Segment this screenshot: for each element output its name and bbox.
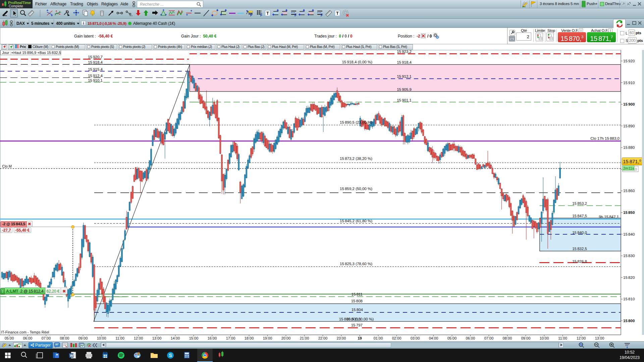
svg-text:15 860: 15 860	[623, 189, 635, 193]
svg-text:19: 19	[358, 336, 362, 340]
svg-text:F: F	[294, 13, 297, 17]
svg-text:15 850: 15 850	[623, 210, 635, 215]
svg-text:15 923,2: 15 923,2	[397, 50, 412, 54]
svg-text:06:00: 06:00	[466, 336, 475, 340]
svg-text:15 920,7: 15 920,7	[88, 55, 103, 59]
svg-text:15 840: 15 840	[623, 232, 635, 236]
svg-text:01:00: 01:00	[374, 336, 383, 340]
svg-text:12:00: 12:00	[577, 336, 586, 340]
svg-text:Clo 17h 15 883,0: Clo 17h 15 883,0	[590, 136, 620, 140]
svg-text:05:00: 05:00	[5, 336, 14, 340]
svg-text:15 808: 15 808	[351, 299, 363, 303]
svg-text:15:00: 15:00	[189, 336, 199, 340]
svg-text:F: F	[321, 13, 323, 17]
svg-text:15 920: 15 920	[623, 59, 635, 63]
svg-text:13:00: 13:00	[595, 336, 604, 340]
svg-text:Jour :+Haut 15 896,9 +Bas 15 8: Jour :+Haut 15 896,9 +Bas 15 832,5	[2, 51, 61, 55]
svg-text:15 890: 15 890	[623, 124, 635, 128]
svg-text:18:00: 18:00	[245, 336, 254, 340]
svg-text:15 900: 15 900	[623, 102, 635, 106]
svg-text:09:00: 09:00	[78, 336, 88, 340]
svg-text:15 826,8: 15 826,8	[572, 259, 587, 263]
svg-text:15 810: 15 810	[623, 297, 635, 301]
svg-text:15 847,5: 15 847,5	[572, 214, 587, 218]
svg-text:15 811: 15 811	[352, 292, 363, 296]
svg-text:15 915,4: 15 915,4	[88, 67, 103, 71]
svg-text:15 853,2: 15 853,2	[572, 201, 587, 205]
svg-text:9h 15 847,1: 9h 15 847,1	[599, 215, 619, 219]
svg-text:15 800: 15 800	[623, 319, 635, 323]
svg-text:2m11s: 2m11s	[623, 166, 634, 170]
svg-text:03:00: 03:00	[411, 336, 420, 340]
svg-text:02:00: 02:00	[392, 336, 401, 340]
svg-text:13:00: 13:00	[152, 336, 162, 340]
svg-text:15 820: 15 820	[623, 276, 635, 280]
svg-text:07:00: 07:00	[42, 336, 51, 340]
svg-text:15 840,0: 15 840,0	[572, 231, 587, 235]
svg-text:15 797: 15 797	[351, 323, 363, 327]
svg-text:T: T	[336, 11, 339, 16]
svg-text:20:00: 20:00	[281, 336, 291, 340]
svg-text:15 918,4 (0,00 %): 15 918,4 (0,00 %)	[342, 60, 372, 64]
svg-text:15 910,1: 15 910,1	[88, 78, 103, 82]
svg-text:10:00: 10:00	[540, 336, 549, 340]
svg-text:09:00: 09:00	[521, 336, 531, 340]
svg-text:15 800,1: 15 800,1	[346, 317, 361, 321]
svg-text:15 873,2 (38,20 %): 15 873,2 (38,20 %)	[340, 157, 372, 161]
svg-text:IT-Finance.com - Temps Réel: IT-Finance.com - Temps Réel	[1, 330, 49, 334]
svg-text:21:00: 21:00	[300, 336, 309, 340]
svg-text:07:00: 07:00	[484, 336, 494, 340]
svg-text:15 918,4: 15 918,4	[88, 60, 103, 64]
svg-text:23:00: 23:00	[337, 336, 346, 340]
svg-text:15 804: 15 804	[352, 308, 363, 312]
svg-text:22:00: 22:00	[318, 336, 328, 340]
svg-text:16:00: 16:00	[208, 336, 217, 340]
svg-text:15 901,1: 15 901,1	[397, 98, 412, 102]
svg-text:S: S	[169, 353, 172, 358]
svg-text:15 880: 15 880	[623, 145, 635, 149]
svg-text:17:00: 17:00	[226, 336, 235, 340]
svg-text:05:00: 05:00	[447, 336, 457, 340]
svg-text:15 910: 15 910	[623, 81, 635, 85]
svg-text:06:00: 06:00	[23, 336, 33, 340]
svg-text:Clo M: Clo M	[2, 164, 12, 168]
svg-text:08:00: 08:00	[503, 336, 512, 340]
svg-text:10:00: 10:00	[97, 336, 106, 340]
svg-text:15 845,2 (61,80 %): 15 845,2 (61,80 %)	[340, 219, 372, 223]
svg-text:15 871,0: 15 871,0	[623, 159, 641, 164]
svg-text:W: W	[70, 354, 73, 358]
svg-text:08:00: 08:00	[60, 336, 69, 340]
svg-text:15 918,4: 15 918,4	[397, 60, 412, 64]
svg-text:12:00: 12:00	[134, 336, 143, 340]
svg-text:19:00: 19:00	[263, 336, 272, 340]
svg-text:15 890,5 (23,60 %): 15 890,5 (23,60 %)	[340, 120, 372, 124]
svg-text:15 905,9: 15 905,9	[397, 87, 412, 92]
svg-text:15 912,4: 15 912,4	[88, 74, 103, 78]
svg-text:15 825,3 (78,60 %): 15 825,3 (78,60 %)	[340, 262, 372, 266]
svg-text:11:00: 11:00	[558, 336, 567, 340]
svg-text:15 912,1: 15 912,1	[397, 74, 412, 78]
svg-text:11:00: 11:00	[115, 336, 124, 340]
svg-text:15 830: 15 830	[623, 254, 635, 258]
svg-text:04:00: 04:00	[429, 336, 438, 340]
svg-text:F: F	[250, 13, 252, 17]
svg-text:T: T	[266, 11, 269, 16]
svg-text:15 832,5: 15 832,5	[572, 247, 587, 251]
svg-text:15 859,2 (50,00 %): 15 859,2 (50,00 %)	[340, 187, 372, 191]
svg-text:F: F	[260, 13, 262, 17]
svg-text:14:00: 14:00	[171, 336, 180, 340]
